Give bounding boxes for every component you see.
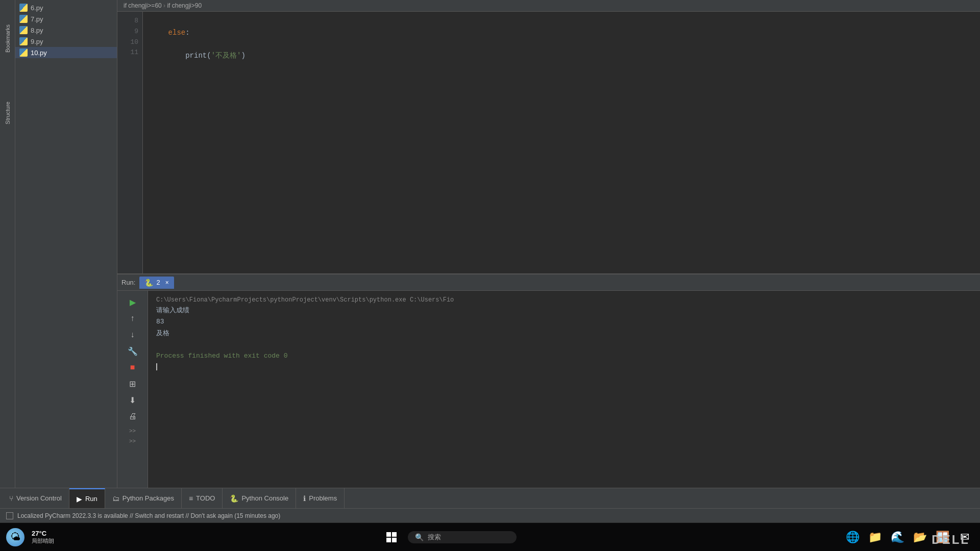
file-name: 8.py	[31, 27, 43, 34]
tab-problems[interactable]: ℹ Problems	[296, 488, 345, 508]
print-button[interactable]: 🖨	[126, 409, 140, 423]
taskbar: 🌤 27°C 局部晴朗 🔍 🌐	[0, 522, 980, 551]
stop-button[interactable]: ■	[126, 360, 140, 374]
svg-rect-3	[392, 538, 397, 542]
wrench-button[interactable]: 🔧	[126, 344, 140, 358]
svg-rect-2	[386, 538, 391, 542]
python-run-icon: 🐍	[144, 279, 153, 287]
code-editor[interactable]: 8 9 10 11 else: print('不及格')	[117, 12, 980, 273]
taskbar-app2[interactable]: 📁	[866, 528, 884, 546]
weather-icon: 🌤	[6, 528, 24, 546]
weather-desc: 局部晴朗	[32, 537, 54, 545]
run-tab[interactable]: 🐍 2 ×	[139, 277, 174, 289]
toolbar-more-button[interactable]: >>	[129, 428, 136, 434]
python-file-icon	[19, 26, 28, 34]
tab-version-control[interactable]: ⑂ Version Control	[2, 488, 69, 508]
search-icon: 🔍	[415, 533, 424, 541]
windows-button[interactable]	[381, 527, 402, 547]
taskbar-center: 🔍	[58, 527, 839, 547]
tab-python-packages-label: Python Packages	[122, 494, 174, 502]
scroll-down-button[interactable]: ↓	[126, 328, 140, 342]
taskbar-edge[interactable]: 🌊	[888, 528, 906, 546]
file-item[interactable]: 8.py	[15, 24, 117, 36]
run-output[interactable]: C:\Users\Fiona\PycharmProjects\pythonPro…	[148, 291, 980, 488]
bookmarks-label[interactable]: Bookmarks	[4, 20, 12, 57]
status-checkbox[interactable]	[6, 512, 13, 519]
svg-rect-1	[392, 532, 397, 537]
breadcrumb: if chengji>=60 › if chengji>90	[117, 0, 980, 12]
taskbar-folder[interactable]: 📂	[911, 528, 929, 546]
breadcrumb-part2: if chengji>90	[167, 2, 202, 9]
python-file-icon	[19, 37, 28, 45]
tab-python-packages[interactable]: 🗂 Python Packages	[105, 488, 182, 508]
python-console-icon: 🐍	[230, 494, 238, 503]
run-body: ▶ ↑ ↓ 🔧 ■ ⊞ ⬇ 🖨 >> >> C:\Users\Fiona\Pyc…	[117, 291, 980, 488]
tab-python-console-label: Python Console	[241, 494, 288, 502]
weather-temp: 27°C	[32, 530, 54, 537]
output-cursor-line	[156, 362, 972, 373]
python-file-icon	[19, 15, 28, 23]
tab-version-control-label: Version Control	[16, 494, 62, 502]
output-blank-line	[156, 339, 972, 350]
problems-icon: ℹ	[303, 494, 306, 503]
run-tab-icon: ▶	[77, 495, 82, 503]
file-item-selected[interactable]: 10.py	[15, 47, 117, 58]
scroll-up-button[interactable]: ↑	[126, 311, 140, 325]
cursor	[156, 363, 157, 370]
file-item[interactable]: 9.py	[15, 36, 117, 47]
weather-widget[interactable]: 🌤 27°C 局部晴朗	[6, 528, 54, 546]
file-tree: 6.py 7.py 8.py 9.py 10.py	[15, 0, 117, 488]
tab-run[interactable]: ▶ Run	[69, 488, 105, 508]
python-packages-icon: 🗂	[112, 494, 119, 503]
output-input-line: 83	[156, 316, 972, 328]
code-content[interactable]: else: print('不及格')	[143, 12, 980, 273]
left-sidebar: Bookmarks Structure	[0, 0, 15, 488]
run-toolbar: ▶ ↑ ↓ 🔧 ■ ⊞ ⬇ 🖨 >> >>	[117, 291, 148, 488]
weather-text: 27°C 局部晴朗	[32, 530, 54, 545]
file-item[interactable]: 7.py	[15, 13, 117, 24]
toolbar-more2-button[interactable]: >>	[129, 438, 136, 444]
file-name: 9.py	[31, 38, 43, 45]
search-bar[interactable]: 🔍	[408, 531, 517, 543]
run-panel: Run: 🐍 2 × ▶ ↑ ↓ 🔧 ■ ⊞	[117, 273, 980, 488]
run-tab-close[interactable]: ×	[165, 279, 169, 286]
python-file-icon	[19, 4, 28, 12]
taskbar-app1[interactable]: 🌐	[843, 528, 862, 546]
structure-label[interactable]: Structure	[4, 97, 12, 129]
run-tab-name: 2	[156, 279, 160, 286]
line-numbers: 8 9 10 11	[117, 12, 143, 273]
run-label: Run:	[121, 279, 135, 286]
todo-icon: ≡	[189, 494, 193, 503]
bottom-tabs-bar: ⑂ Version Control ▶ Run 🗂 Python Package…	[0, 488, 980, 508]
python-file-icon	[19, 48, 28, 57]
top-area: Bookmarks Structure 6.py 7.py 8.py 9.py	[0, 0, 980, 488]
app-container: Bookmarks Structure 6.py 7.py 8.py 9.py	[0, 0, 980, 551]
run-button[interactable]: ▶	[126, 295, 140, 309]
version-control-icon: ⑂	[9, 494, 13, 503]
layout-button[interactable]: ⊞	[126, 377, 140, 391]
sort-button[interactable]: ⬇	[126, 393, 140, 407]
search-input[interactable]	[428, 533, 509, 541]
breadcrumb-part1: if chengji>=60	[124, 2, 162, 9]
file-name: 10.py	[31, 49, 47, 57]
tab-todo-label: TODO	[196, 494, 215, 502]
tab-problems-label: Problems	[309, 494, 337, 502]
dell-logo: DELL	[932, 533, 970, 547]
file-name: 6.py	[31, 4, 43, 12]
output-prompt-line: 请输入成绩	[156, 305, 972, 316]
run-header: Run: 🐍 2 ×	[117, 274, 980, 291]
status-bar: Localized PyCharm 2022.3.3 is available …	[0, 508, 980, 522]
output-result-line: 及格	[156, 328, 972, 339]
tab-todo[interactable]: ≡ TODO	[182, 488, 223, 508]
file-item[interactable]: 6.py	[15, 2, 117, 13]
status-message: Localized PyCharm 2022.3.3 is available …	[17, 512, 280, 519]
svg-rect-0	[386, 532, 391, 537]
output-path-line: C:\Users\Fiona\PycharmProjects\pythonPro…	[156, 295, 972, 305]
output-process-line: Process finished with exit code 0	[156, 350, 972, 362]
code-area: if chengji>=60 › if chengji>90 8 9 10 11…	[117, 0, 980, 488]
tab-python-console[interactable]: 🐍 Python Console	[223, 488, 296, 508]
tab-run-label: Run	[85, 495, 97, 503]
file-name: 7.py	[31, 15, 43, 23]
